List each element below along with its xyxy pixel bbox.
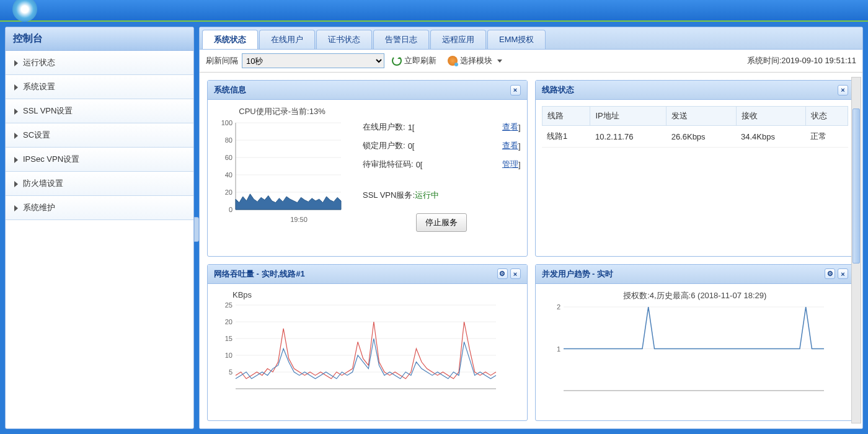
panel-users-title: 并发用户趋势 - 实时 (542, 268, 614, 280)
refresh-interval-label: 刷新间隔 (206, 55, 238, 66)
line-status-table: 线路IP地址发送接收状态 线路110.2.11.7626.6Kbps34.4Kb… (542, 106, 849, 148)
svg-text:40: 40 (225, 171, 232, 179)
svg-text:10: 10 (225, 352, 232, 359)
module-icon (448, 56, 458, 66)
content-area: 系统状态在线用户证书状态告警日志远程应用EMM授权 刷新间隔 10秒 立即刷新 … (199, 27, 863, 429)
tab-bar: 系统状态在线用户证书状态告警日志远程应用EMM授权 (200, 27, 862, 50)
nav-item-6[interactable]: 系统维护 (6, 196, 193, 220)
close-icon[interactable]: × (510, 268, 521, 279)
users-chart: 12 (542, 304, 827, 397)
panel-throughput: 网络吞吐量 - 实时,线路#1 ⚙ × KBps 510152025 (207, 264, 528, 422)
triangle-right-icon (14, 84, 18, 91)
tab-1[interactable]: 在线用户 (259, 30, 315, 49)
close-icon[interactable]: × (510, 85, 521, 95)
pending-codes-row: 待审批特征码:0 [管理] (363, 159, 521, 170)
triangle-right-icon (14, 181, 18, 187)
scrollbar-thumb[interactable] (852, 108, 860, 264)
close-icon[interactable]: × (838, 268, 848, 279)
triangle-right-icon (14, 205, 18, 211)
panel-throughput-title: 网络吞吐量 - 实时,线路#1 (214, 268, 305, 280)
online-users-row: 在线用户数:1 [查看] (363, 122, 521, 133)
scrollbar[interactable] (851, 77, 861, 423)
logo-icon (12, 0, 37, 22)
triangle-right-icon (14, 133, 18, 139)
triangle-right-icon (14, 108, 18, 115)
gear-icon[interactable]: ⚙ (497, 268, 508, 279)
view-locked-users-link[interactable]: 查看 (502, 140, 518, 151)
svg-marker-14 (236, 194, 341, 210)
title-bar (0, 0, 868, 22)
refresh-interval-select[interactable]: 10秒 (242, 53, 384, 68)
panel-concurrent-users: 并发用户趋势 - 实时 ⚙ × 授权数:4,历史最高:6 (2018-11-07… (535, 264, 856, 422)
locked-users-row: 锁定用户数:0 [查看] (363, 140, 521, 151)
svg-text:1: 1 (556, 345, 560, 352)
refresh-now-button[interactable]: 立即刷新 (388, 54, 440, 68)
panel-sysinfo-title: 系统信息 (214, 84, 246, 95)
system-time: 系统时间:2019-09-10 19:51:11 (747, 55, 856, 66)
table-row: 线路110.2.11.7626.6Kbps34.4Kbps正常 (542, 126, 848, 148)
nav-item-2[interactable]: SSL VPN设置 (6, 99, 193, 123)
tab-5[interactable]: EMM授权 (487, 30, 546, 49)
svg-text:2: 2 (556, 304, 560, 311)
cpu-chart: 02040608010019:50 (214, 120, 344, 225)
svg-text:5: 5 (229, 368, 232, 376)
panel-line-title: 线路状态 (542, 84, 574, 95)
tab-3[interactable]: 告警日志 (373, 30, 429, 49)
chevron-down-icon (497, 60, 502, 63)
svg-text:60: 60 (225, 154, 232, 161)
nav-item-3[interactable]: SC设置 (6, 123, 193, 148)
triangle-right-icon (14, 157, 18, 163)
tab-0[interactable]: 系统状态 (202, 30, 258, 49)
close-icon[interactable]: × (838, 85, 848, 95)
stop-service-button[interactable]: 停止服务 (416, 213, 467, 232)
gear-icon[interactable]: ⚙ (825, 268, 835, 279)
svg-text:15: 15 (225, 335, 232, 342)
select-module-button[interactable]: 选择模块 (444, 54, 506, 68)
nav-item-1[interactable]: 系统设置 (6, 75, 193, 99)
nav-item-0[interactable]: 运行状态 (6, 51, 193, 75)
refresh-icon (392, 56, 402, 66)
svg-text:100: 100 (221, 120, 232, 126)
manage-codes-link[interactable]: 管理 (502, 159, 518, 170)
tab-4[interactable]: 远程应用 (430, 30, 486, 49)
toolbar: 刷新间隔 10秒 立即刷新 选择模块 系统时间:2019-09-10 19:51… (200, 50, 862, 73)
svg-text:19:50: 19:50 (290, 216, 308, 223)
svg-text:20: 20 (225, 318, 232, 326)
nav-item-5[interactable]: 防火墙设置 (6, 172, 193, 196)
tab-2[interactable]: 证书状态 (316, 30, 372, 49)
throughput-unit: KBps (232, 290, 521, 299)
nav-item-4[interactable]: IPSec VPN设置 (6, 148, 193, 172)
panel-line-status: 线路状态 × 线路IP地址发送接收状态 线路110.2.11.7626.6Kbp… (535, 80, 856, 257)
throughput-chart: 510152025 (214, 302, 499, 395)
cpu-chart-title: CPU使用记录-当前:13% (214, 106, 350, 117)
service-status-row: SSL VPN服务:运行中 (363, 190, 521, 201)
svg-text:0: 0 (229, 206, 232, 213)
sidebar-collapse-handle[interactable] (194, 217, 199, 242)
sidebar-title: 控制台 (6, 27, 193, 51)
svg-text:25: 25 (225, 302, 232, 309)
svg-text:20: 20 (225, 188, 232, 196)
triangle-right-icon (14, 60, 18, 66)
panel-sysinfo: 系统信息 × CPU使用记录-当前:13% 02040608010019:50 … (207, 80, 528, 257)
users-subtitle: 授权数:4,历史最高:6 (2018-11-07 18:29) (542, 290, 849, 301)
view-online-users-link[interactable]: 查看 (502, 122, 518, 133)
svg-text:80: 80 (225, 136, 232, 144)
sidebar: 控制台 运行状态系统设置SSL VPN设置SC设置IPSec VPN设置防火墙设… (5, 27, 194, 429)
